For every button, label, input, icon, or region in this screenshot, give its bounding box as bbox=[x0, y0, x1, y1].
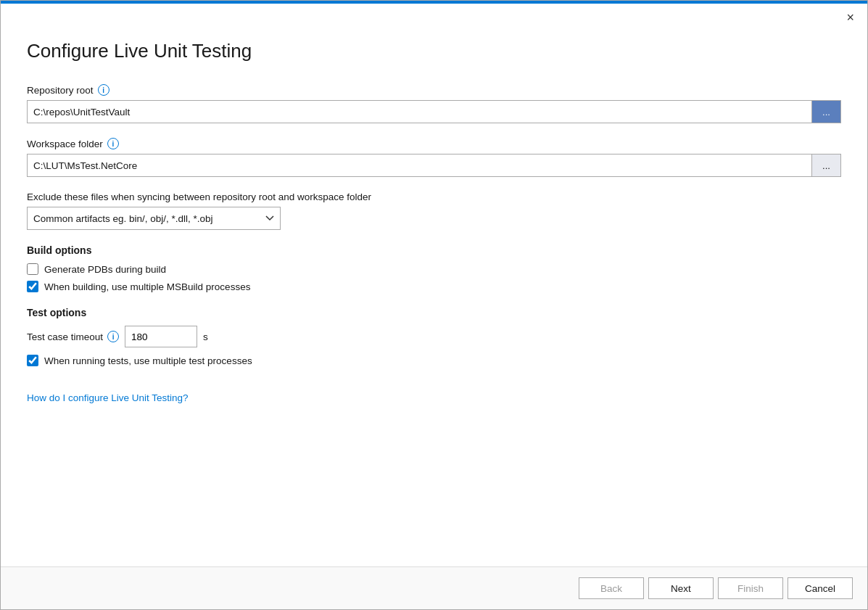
generate-pdbs-checkbox[interactable] bbox=[27, 263, 38, 275]
multiple-test-processes-checkbox[interactable] bbox=[27, 355, 38, 366]
cancel-button[interactable]: Cancel bbox=[788, 577, 853, 599]
timeout-input[interactable] bbox=[125, 326, 197, 347]
exclude-files-dropdown[interactable]: Common artifacts eg. bin/, obj/, *.dll, … bbox=[27, 207, 281, 230]
workspace-folder-input[interactable] bbox=[27, 154, 812, 177]
dialog-title: Configure Live Unit Testing bbox=[27, 40, 841, 62]
exclude-files-label: Exclude these files when syncing between… bbox=[27, 191, 841, 202]
close-button[interactable]: × bbox=[842, 9, 859, 25]
timeout-label: Test case timeout i bbox=[27, 331, 119, 342]
configure-live-unit-testing-dialog: × Configure Live Unit Testing Repository… bbox=[0, 0, 868, 610]
repository-root-label: Repository root i bbox=[27, 84, 841, 96]
workspace-folder-section: Workspace folder i ... bbox=[27, 138, 841, 177]
multiple-msbuild-row: When building, use multiple MSBuild proc… bbox=[27, 281, 841, 292]
repository-root-input-row: ... bbox=[27, 100, 841, 123]
dialog-content: Configure Live Unit Testing Repository r… bbox=[1, 25, 867, 566]
multiple-test-processes-label: When running tests, use multiple test pr… bbox=[44, 355, 252, 366]
workspace-folder-browse-button[interactable]: ... bbox=[812, 154, 841, 177]
multiple-msbuild-checkbox[interactable] bbox=[27, 281, 38, 292]
repository-root-section: Repository root i ... bbox=[27, 84, 841, 123]
generate-pdbs-label: Generate PDBs during build bbox=[44, 264, 166, 275]
build-options-section: Build options Generate PDBs during build… bbox=[27, 244, 841, 292]
repository-root-input[interactable] bbox=[27, 100, 812, 123]
multiple-msbuild-label: When building, use multiple MSBuild proc… bbox=[44, 281, 250, 292]
repository-root-info-icon[interactable]: i bbox=[98, 84, 109, 96]
timeout-info-icon[interactable]: i bbox=[107, 331, 119, 342]
exclude-files-section: Exclude these files when syncing between… bbox=[27, 191, 841, 230]
repository-root-browse-button[interactable]: ... bbox=[812, 100, 841, 123]
help-link[interactable]: How do I configure Live Unit Testing? bbox=[27, 392, 189, 403]
finish-button[interactable]: Finish bbox=[718, 577, 783, 599]
workspace-folder-info-icon[interactable]: i bbox=[107, 138, 119, 149]
next-button[interactable]: Next bbox=[648, 577, 714, 599]
back-button[interactable]: Back bbox=[579, 577, 644, 599]
generate-pdbs-row: Generate PDBs during build bbox=[27, 263, 841, 275]
timeout-row: Test case timeout i s bbox=[27, 326, 841, 347]
workspace-folder-input-row: ... bbox=[27, 154, 841, 177]
build-options-header: Build options bbox=[27, 244, 841, 256]
dialog-footer: Back Next Finish Cancel bbox=[1, 566, 867, 609]
test-options-section: Test options Test case timeout i s When … bbox=[27, 307, 841, 366]
title-bar: × bbox=[1, 4, 867, 25]
workspace-folder-label: Workspace folder i bbox=[27, 138, 841, 149]
multiple-processes-row: When running tests, use multiple test pr… bbox=[27, 355, 841, 366]
test-options-header: Test options bbox=[27, 307, 841, 318]
timeout-unit: s bbox=[203, 331, 208, 342]
exclude-files-dropdown-row: Common artifacts eg. bin/, obj/, *.dll, … bbox=[27, 207, 841, 230]
